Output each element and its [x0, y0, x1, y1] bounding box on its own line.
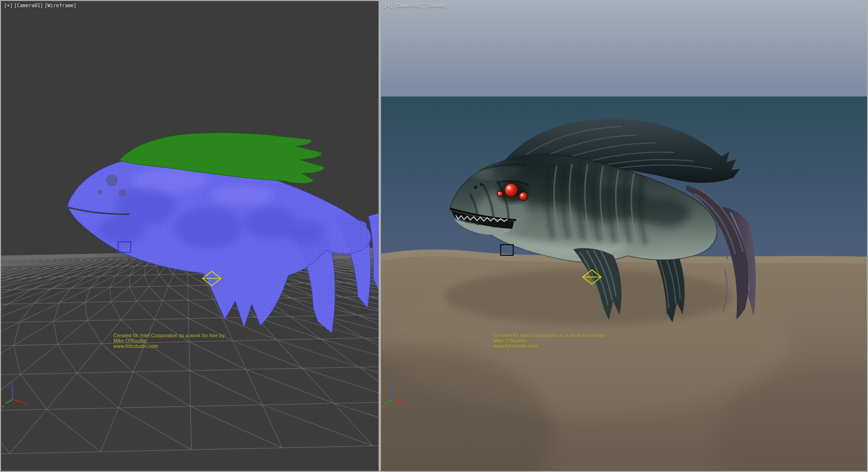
- axis-x-label: x: [404, 402, 407, 406]
- axis-x-label: x: [24, 402, 27, 406]
- shaded-scene-canvas[interactable]: z x y: [381, 1, 867, 471]
- axis-z-label: z: [10, 381, 13, 386]
- viewport-pov-menu[interactable]: [Camera01]: [14, 3, 43, 8]
- sky-background: [381, 1, 867, 97]
- axis-y-label: y: [2, 404, 5, 409]
- max-viewport-layout: z x y [+] [Camera01] [Wireframe] Created…: [0, 0, 868, 472]
- viewport-label: [+] [Camera01] [Shaded]: [384, 3, 448, 8]
- axis-z-label: z: [390, 381, 393, 386]
- scene-credit-text: Created for Intel Corporation as a work …: [113, 333, 226, 349]
- viewport-pov-menu[interactable]: [Camera01]: [394, 3, 423, 8]
- viewport-camera01-shaded[interactable]: z x y [+] [Camera01] [Shaded] Created fo…: [381, 1, 867, 471]
- wireframe-scene-canvas[interactable]: z x y: [1, 1, 379, 471]
- viewport-general-menu[interactable]: [+]: [4, 3, 13, 8]
- viewport-shading-menu[interactable]: [Shaded]: [424, 3, 448, 8]
- scene-credit-text: Created for Intel Corporation as a work …: [493, 333, 606, 349]
- viewport-general-menu[interactable]: [+]: [384, 3, 393, 8]
- credit-line-3: www.fritzstudio.com: [493, 344, 606, 349]
- credit-line-3: www.fritzstudio.com: [113, 344, 226, 349]
- sand-ground: [381, 250, 867, 471]
- axis-y-label: y: [382, 404, 385, 409]
- viewport-shading-menu[interactable]: [Wireframe]: [44, 3, 76, 8]
- viewport-label: [+] [Camera01] [Wireframe]: [4, 3, 77, 8]
- viewport-camera01-wireframe[interactable]: z x y [+] [Camera01] [Wireframe] Created…: [1, 1, 379, 471]
